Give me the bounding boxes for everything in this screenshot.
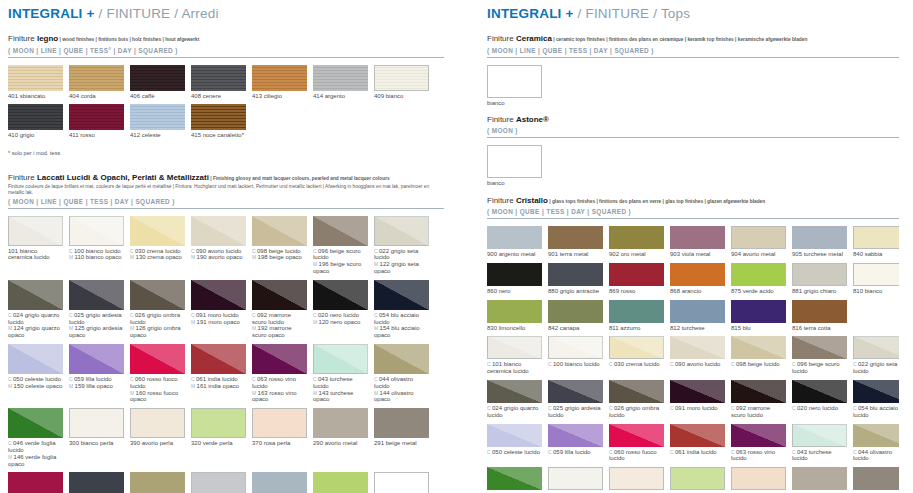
finish-code-name: 300 bianco perla bbox=[69, 440, 113, 446]
color-chip bbox=[130, 65, 185, 91]
color-chip bbox=[731, 467, 786, 490]
finish-label: C 060 rosso fuoco lucidoM 160 rosso fuoc… bbox=[130, 376, 185, 403]
finish-label-line: C 044 olivastro lucido bbox=[374, 376, 429, 390]
color-chip bbox=[8, 104, 63, 130]
finish-label-line: 815 blu bbox=[731, 325, 786, 332]
finish-code-name: 060 rosso fuoco lucido bbox=[609, 449, 657, 462]
section-legno: Finiture legno | wood finishes | finitio… bbox=[8, 34, 444, 156]
color-chip bbox=[853, 380, 899, 403]
finish-label-line: 412 celeste bbox=[130, 132, 185, 139]
finish-code-name: 815 blu bbox=[731, 325, 751, 331]
color-chip bbox=[548, 226, 603, 249]
color-chip bbox=[792, 263, 847, 286]
finish-swatch: C 044 olivastro lucido bbox=[853, 424, 899, 463]
color-chip bbox=[670, 467, 725, 490]
finish-code-name: 191 moro opaco bbox=[197, 319, 240, 325]
color-chip bbox=[487, 226, 542, 249]
finish-label-line: M 143 turchese opaco bbox=[313, 390, 368, 404]
color-chip bbox=[853, 336, 899, 359]
catalog-page: INTEGRALI + / FINITURE / ArrediFiniture … bbox=[0, 0, 913, 493]
heading-name: legno bbox=[37, 34, 58, 43]
models-list: ( MOON | LINE | QUBE | TESS | DAY | SQUA… bbox=[487, 47, 899, 54]
finish-swatch: C 025 grigio ardesia lucido bbox=[548, 380, 603, 419]
finish-swatch: 222 grigio antra metal bbox=[69, 472, 124, 493]
finish-label-line: C 059 lilla lucido bbox=[69, 376, 124, 383]
color-chip bbox=[731, 300, 786, 323]
finish-label: C 025 grigio ardesia lucidoM 125 grigio … bbox=[69, 312, 124, 339]
color-chip bbox=[792, 300, 847, 323]
section-heading: Finiture Astone® bbox=[487, 115, 899, 124]
section-ceramica: Finiture Ceramica | ceramic tops finishe… bbox=[487, 34, 899, 106]
color-chip bbox=[670, 380, 725, 403]
heading-name: Cristallo bbox=[516, 196, 548, 205]
heading-prefix: Finiture bbox=[487, 196, 516, 205]
finish-swatch: 904 avorio metal bbox=[731, 226, 786, 258]
finish-code-name: 101 bianco ceramica lucido bbox=[8, 248, 50, 261]
color-chip bbox=[792, 380, 847, 403]
finish-swatch: 240 verde salvia metal bbox=[313, 472, 368, 493]
finish-label-line: 902 oro metal bbox=[609, 251, 664, 258]
finish-label: 811 azzurro bbox=[609, 325, 664, 332]
finish-code-name: 408 cenere bbox=[191, 93, 221, 99]
finish-swatch: C 043 turchese lucido bbox=[792, 424, 847, 463]
finish-code-name: 163 rosso vino opaco bbox=[252, 390, 297, 403]
finish-code-name: 150 celeste opaco bbox=[14, 383, 63, 389]
finish-label-line: bianco bbox=[487, 180, 542, 187]
finish-label: C 050 celeste lucido bbox=[487, 449, 542, 456]
color-chip bbox=[8, 280, 63, 310]
color-chip bbox=[130, 104, 185, 130]
finish-swatch: 250 turchese metal bbox=[252, 472, 307, 493]
finish-label: C 050 celeste lucidoM 150 celeste opaco bbox=[8, 376, 63, 390]
finish-swatch: 411 rosso bbox=[69, 104, 124, 139]
finish-label: C 024 grigio quarzo lucidoM 124 grigio q… bbox=[8, 312, 63, 339]
finish-label-line: C 096 beige scuro lucido bbox=[313, 248, 368, 262]
finish-label: 415 noce canaletto* bbox=[191, 132, 246, 139]
color-chip bbox=[853, 226, 899, 249]
finish-label: C 063 rosso vino lucido bbox=[731, 449, 786, 463]
finish-swatch: C 060 rosso fuoco lucido bbox=[609, 424, 664, 463]
finish-swatch: C 060 rosso fuoco lucidoM 160 rosso fuoc… bbox=[130, 344, 185, 403]
finish-swatch: 869 rosso bbox=[609, 263, 664, 295]
finish-swatch: C 050 celeste lucidoM 150 celeste opaco bbox=[8, 344, 63, 390]
finish-swatch: 875 verde acido bbox=[731, 263, 786, 295]
color-chip bbox=[670, 300, 725, 323]
finish-code-name: 409 bianco bbox=[374, 93, 403, 99]
finish-label: 370 rosa perla bbox=[252, 440, 307, 447]
finish-code-name: 410 grigio bbox=[8, 132, 34, 138]
finish-code-name: bianco bbox=[487, 180, 505, 186]
finish-label-line: C 050 celeste lucido bbox=[487, 449, 542, 456]
finish-label-line: 901 terra metal bbox=[548, 251, 603, 258]
finish-label-line: 812 turchese bbox=[670, 325, 725, 332]
finish-label: C 044 olivastro lucido bbox=[853, 449, 899, 463]
finish-code-name: 122 grigio seta opaco bbox=[374, 261, 419, 274]
finish-label: C 030 crema lucidoM 130 crema opaco bbox=[130, 248, 185, 262]
finish-swatch: 410 grigio bbox=[8, 104, 63, 139]
finish-code-name: 030 crema lucido bbox=[135, 248, 181, 254]
color-chip bbox=[548, 380, 603, 403]
finish-swatch: C 024 grigio quarzo lucidoM 124 grigio q… bbox=[8, 280, 63, 339]
finish-label: C 101 bianco ceramica lucido bbox=[487, 361, 542, 375]
heading-translations: | glass tops finishes | finitions des pl… bbox=[548, 199, 765, 204]
color-chip bbox=[191, 344, 246, 374]
color-chip bbox=[8, 472, 63, 493]
heading-prefix: Finiture bbox=[487, 34, 516, 43]
finish-code-name: 100 bianco lucido bbox=[74, 248, 121, 254]
color-chip bbox=[252, 408, 307, 438]
title-path: / FINITURE / Tops bbox=[574, 6, 691, 21]
finish-swatch: bianco bbox=[487, 65, 542, 107]
finish-label-line: C 096 beige scuro lucido bbox=[792, 361, 847, 375]
finish-code-name: 126 grigio ombra opaco bbox=[130, 325, 181, 338]
finish-swatch: 811 azzurro bbox=[609, 300, 664, 332]
finish-swatch: C 044 olivastro lucidoM 144 olivastro op… bbox=[374, 344, 429, 403]
finish-label: 812 turchese bbox=[670, 325, 725, 332]
finish-code-name: 880 grigio antracite bbox=[548, 288, 599, 294]
finish-code-name: 061 india lucido bbox=[196, 376, 238, 382]
color-chip bbox=[487, 145, 542, 178]
finish-label-line: C 060 rosso fuoco lucido bbox=[609, 449, 664, 463]
finish-label-line: 291 beige metal bbox=[374, 440, 429, 447]
finish-swatch: C 320 verde perla bbox=[670, 467, 725, 493]
finish-code-name: 061 india lucido bbox=[675, 449, 717, 455]
finish-swatch: C 098 beige lucido bbox=[731, 336, 786, 368]
finish-label: C 020 nero lucido bbox=[792, 405, 847, 412]
heading-translations: | wood finishes | finitions bois | holz … bbox=[58, 37, 199, 42]
